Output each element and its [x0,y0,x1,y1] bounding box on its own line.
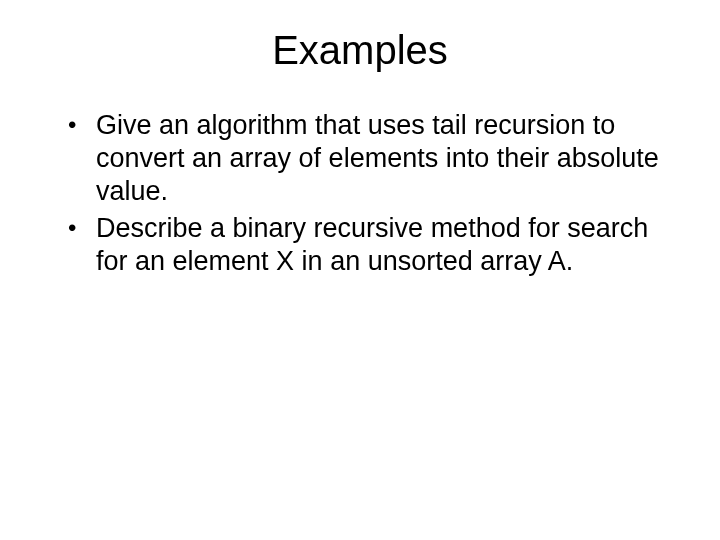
list-item: Describe a binary recursive method for s… [68,212,680,278]
slide: Examples Give an algorithm that uses tai… [0,0,720,540]
bullet-list: Give an algorithm that uses tail recursi… [40,109,680,278]
list-item: Give an algorithm that uses tail recursi… [68,109,680,208]
slide-title: Examples [40,28,680,73]
